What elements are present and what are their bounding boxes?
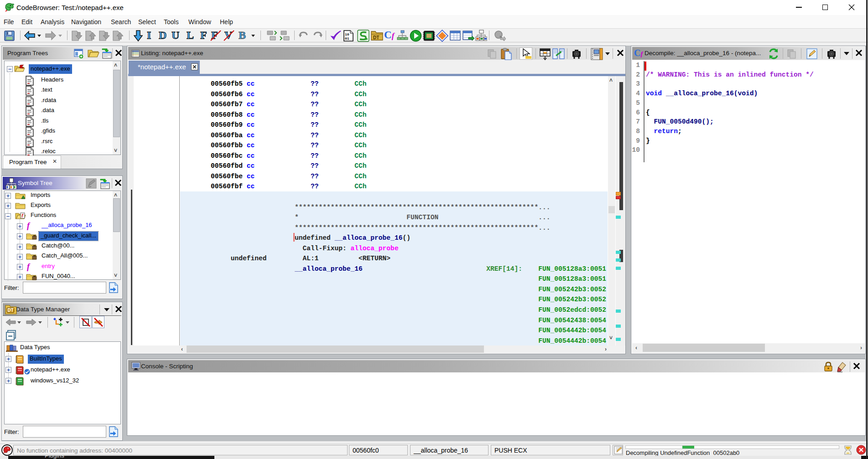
svg-text:DT: DT (8, 308, 14, 313)
svg-text:DT: DT (373, 35, 379, 40)
svg-text:01: 01 (345, 36, 349, 41)
svg-text:10: 10 (345, 32, 349, 36)
